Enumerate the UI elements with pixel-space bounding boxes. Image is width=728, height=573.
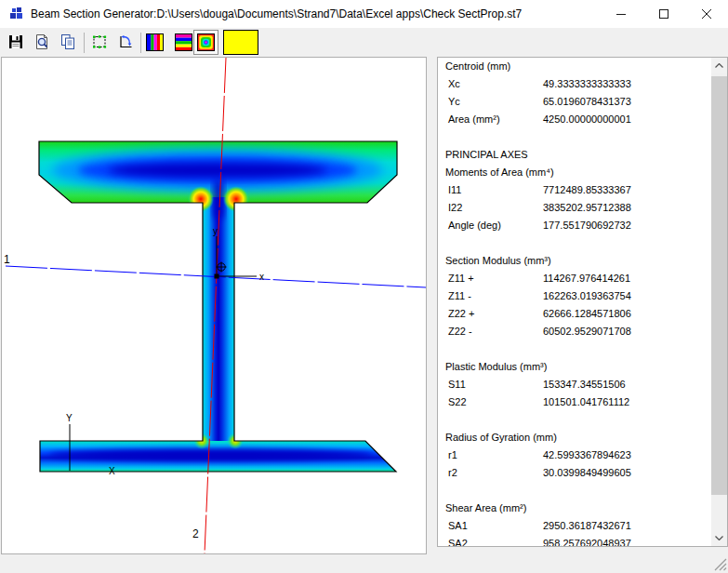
property-value: 114267.976414261 — [543, 270, 711, 287]
toolbar-separator — [140, 33, 141, 53]
property-label: Z11 + — [438, 270, 543, 287]
vertical-contour-bands-icon — [146, 33, 164, 51]
global-x-axis-label: X — [109, 466, 115, 476]
property-row: S22 101501.041761112 — [438, 393, 711, 411]
property-row: Yc 65.0196078431373 — [438, 93, 711, 111]
panel-scrollbar[interactable] — [711, 58, 727, 546]
property-section: Plastic Modulus (mm³) S11 153347.3455150… — [438, 358, 711, 411]
property-row: Z22 - 60502.9529071708 — [438, 323, 711, 340]
property-label: SA1 — [438, 517, 543, 535]
window-controls — [600, 0, 728, 28]
property-label: SA2 — [438, 535, 543, 546]
print-preview-button[interactable] — [32, 32, 52, 52]
property-section: PRINCIPAL AXES Moments of Area (mm⁴) I11… — [438, 146, 711, 234]
property-value: 958.257692048937 — [543, 535, 711, 546]
property-row: Z11 + 114267.976414261 — [438, 270, 711, 287]
property-value: 49.3333333333333 — [543, 75, 711, 93]
property-value: 60502.9529071708 — [543, 323, 711, 340]
property-label: I11 — [438, 181, 543, 199]
section-canvas[interactable]: 1 2 y x Y X — [1, 57, 427, 554]
property-row: SA1 2950.36187432671 — [438, 517, 711, 535]
property-label: S22 — [438, 393, 543, 411]
section-outline-icon — [91, 33, 108, 50]
scroll-down-button[interactable] — [711, 530, 727, 546]
save-icon — [7, 33, 24, 50]
beam-section-generator-window: { "window": { "title": "Beam Section Gen… — [0, 0, 728, 573]
horizontal-contour-bands-button[interactable] — [173, 32, 193, 52]
section-outline-button[interactable] — [89, 32, 110, 52]
property-row: I11 7712489.85333367 — [438, 181, 711, 199]
section-header: Shear Area (mm²) — [438, 500, 711, 517]
horizontal-contour-bands-icon — [175, 33, 192, 51]
property-section: Radius of Gyration (mm) r1 42.5993367894… — [438, 429, 711, 482]
property-value: 177.551790692732 — [543, 217, 711, 234]
property-value: 4250.00000000001 — [543, 111, 711, 128]
vertical-contour-bands-button[interactable] — [144, 32, 165, 52]
minimize-icon — [616, 9, 627, 20]
property-value: 153347.34551506 — [543, 376, 711, 393]
property-value: 162263.019363754 — [543, 287, 711, 305]
property-section: Shear Area (mm²) SA1 2950.36187432671 SA… — [438, 500, 711, 546]
section-properties-list: Centroid (mm) Xc 49.3333333333333 Yc 65.… — [438, 58, 711, 546]
section-header: Section Modulus (mm³) — [438, 252, 711, 270]
property-label: Z11 - — [438, 287, 543, 305]
scrollbar-thumb[interactable] — [711, 76, 727, 495]
title-bar: Beam Section Generator:D:\Users\douga\Do… — [0, 0, 728, 28]
copy-button[interactable] — [58, 32, 78, 52]
resize-grip[interactable] — [714, 558, 727, 571]
property-value: 7712489.85333367 — [543, 181, 711, 199]
toolbar-separator — [84, 33, 85, 53]
property-value: 65.0196078431373 — [543, 93, 711, 111]
property-section: Centroid (mm) Xc 49.3333333333333 Yc 65.… — [438, 58, 711, 128]
scroll-up-button[interactable] — [711, 58, 727, 73]
property-value: 3835202.95712388 — [543, 199, 711, 217]
property-row: Angle (deg) 177.551790692732 — [438, 217, 711, 234]
maximize-icon — [659, 9, 669, 20]
property-label: r2 — [438, 464, 543, 482]
property-row: I22 3835202.95712388 — [438, 199, 711, 217]
section-header: Radius of Gyration (mm) — [438, 429, 711, 446]
beam-section-contour — [39, 141, 397, 472]
property-value: 101501.041761112 — [543, 393, 711, 411]
property-label: Yc — [438, 93, 543, 111]
property-label: Area (mm²) — [438, 111, 543, 128]
toolbar — [0, 28, 728, 57]
property-value: 62666.1284571806 — [543, 305, 711, 323]
close-button[interactable] — [685, 0, 728, 28]
section-color-swatch[interactable] — [223, 30, 258, 55]
maximize-button[interactable] — [642, 0, 685, 28]
property-label: Angle (deg) — [438, 217, 543, 234]
property-label: Z22 + — [438, 305, 543, 323]
contour-plot-icon — [197, 33, 215, 51]
property-label: S11 — [438, 376, 543, 393]
property-row: S11 153347.34551506 — [438, 376, 711, 393]
copy-icon — [60, 33, 76, 50]
minimize-button[interactable] — [600, 0, 642, 28]
section-subheader: Moments of Area (mm⁴) — [438, 164, 711, 181]
close-icon — [702, 9, 712, 20]
property-row: Z22 + 62666.1284571806 — [438, 305, 711, 323]
section-properties-panel: Centroid (mm) Xc 49.3333333333333 Yc 65.… — [437, 57, 728, 547]
section-plot: 1 2 y x Y X — [2, 58, 426, 553]
rotate-axes-icon — [117, 33, 134, 50]
window-title: Beam Section Generator:D:\Users\douga\Do… — [31, 7, 600, 20]
chevron-down-icon — [715, 536, 723, 540]
property-row: SA2 958.257692048937 — [438, 535, 711, 546]
property-label: Z22 - — [438, 323, 543, 340]
section-header: PRINCIPAL AXES — [438, 146, 711, 164]
contour-plot-button[interactable] — [193, 30, 218, 55]
print-preview-icon — [33, 33, 50, 50]
property-row: Xc 49.3333333333333 — [438, 75, 711, 93]
centroid-y-axis-label: y — [213, 226, 218, 236]
property-row: Z11 - 162263.019363754 — [438, 287, 711, 305]
property-label: I22 — [438, 199, 543, 217]
principal-axis-1-label: 1 — [4, 253, 10, 266]
property-row: Area (mm²) 4250.00000000001 — [438, 111, 711, 128]
property-label: Xc — [438, 75, 543, 93]
rotate-axes-button[interactable] — [115, 32, 136, 52]
property-section: Section Modulus (mm³) Z11 + 114267.97641… — [438, 252, 711, 340]
save-button[interactable] — [6, 32, 26, 52]
global-y-axis-label: Y — [66, 413, 73, 423]
property-value: 2950.36187432671 — [543, 517, 711, 535]
section-header: Centroid (mm) — [438, 58, 711, 75]
